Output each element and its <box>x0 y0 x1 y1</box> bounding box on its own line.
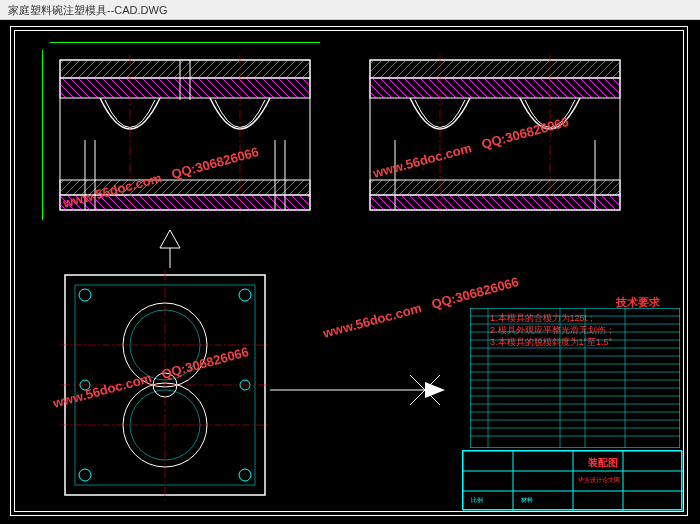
scale-label: 比例 <box>471 496 483 505</box>
svg-rect-18 <box>370 78 620 98</box>
section-arrow-down <box>155 230 185 270</box>
svg-rect-3 <box>60 78 310 98</box>
bom-table <box>470 308 680 448</box>
svg-rect-48 <box>470 308 680 448</box>
title-text: 家庭塑料碗注塑模具--CAD.DWG <box>8 4 168 16</box>
dimension-line <box>42 50 43 220</box>
title-block: 装配图 毕业设计论文网 比例 材料 <box>462 450 682 510</box>
drawing-name: 装配图 <box>588 456 618 470</box>
company-name: 毕业设计论文网 <box>578 476 620 485</box>
window-titlebar: 家庭塑料碗注塑模具--CAD.DWG <box>0 0 700 20</box>
material-label: 材料 <box>521 496 533 505</box>
svg-marker-43 <box>425 382 445 398</box>
svg-rect-20 <box>370 195 620 210</box>
svg-marker-46 <box>160 230 180 248</box>
svg-rect-19 <box>370 180 620 195</box>
dimension-line <box>50 42 320 43</box>
svg-rect-17 <box>370 60 620 78</box>
svg-rect-2 <box>60 60 310 78</box>
svg-point-32 <box>79 289 91 301</box>
section-cut-line <box>270 370 450 410</box>
svg-point-33 <box>239 289 251 301</box>
svg-point-35 <box>239 469 251 481</box>
svg-point-34 <box>79 469 91 481</box>
drawing-canvas[interactable]: 技术要求 1.本模具的合模力为125t； 2.模具外观应平整光滑无划伤； 3.本… <box>0 20 700 524</box>
